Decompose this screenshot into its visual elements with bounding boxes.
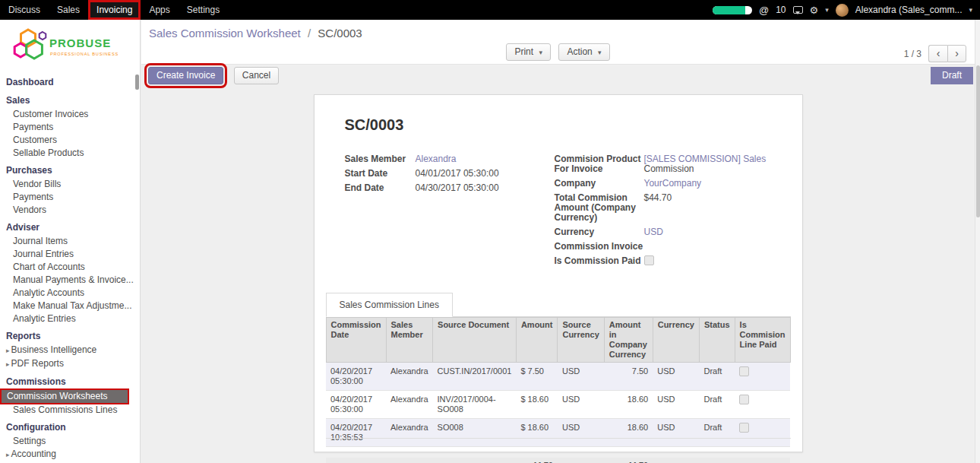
sidebar-item-analytic-accounts[interactable]: Analytic Accounts bbox=[0, 287, 140, 300]
sidebar-item-customers[interactable]: Customers bbox=[0, 134, 140, 147]
cell-currency[interactable]: USD bbox=[653, 391, 699, 419]
activity-count[interactable]: 10 bbox=[776, 5, 786, 15]
sidebar-item-sales-commissions-lines[interactable]: Sales Commissions Lines bbox=[0, 404, 140, 417]
cell-date[interactable]: 04/20/2017 05:30:00 bbox=[326, 391, 386, 419]
col-commission-date[interactable]: Commission Date bbox=[326, 318, 386, 363]
currency-value[interactable]: USD bbox=[644, 227, 663, 237]
cell-member[interactable]: Alexandra bbox=[386, 419, 433, 447]
sidebar-heading-configuration[interactable]: Configuration bbox=[0, 417, 140, 435]
sidebar-item-business-intelligence[interactable]: ▸Business Intelligence bbox=[0, 344, 140, 357]
action-label: Action bbox=[567, 46, 592, 57]
tab-sales-commission-lines[interactable]: Sales Commission Lines bbox=[326, 293, 453, 317]
cell-currency[interactable]: USD bbox=[653, 419, 699, 447]
cell-source-currency[interactable]: USD bbox=[558, 391, 604, 419]
col-sales-member[interactable]: Sales Member bbox=[386, 318, 433, 363]
cell-doc[interactable]: INV/2017/0004-SO008 bbox=[433, 391, 517, 419]
sidebar-item-make-manual-tax-adjustment[interactable]: Make Manual Tax Adjustme... bbox=[0, 300, 140, 312]
sidebar-item-analytic-entries[interactable]: Analytic Entries bbox=[0, 312, 140, 325]
col-amount-company-currency[interactable]: Amount in Company Currency bbox=[604, 318, 653, 363]
cell-doc[interactable]: SO008 bbox=[433, 419, 517, 447]
cell-currency[interactable]: USD bbox=[653, 363, 699, 391]
is-commission-paid-checkbox[interactable] bbox=[644, 255, 654, 265]
cell-amount-company[interactable]: 18.60 bbox=[604, 391, 653, 419]
print-dropdown-button[interactable]: Print ▾ bbox=[506, 43, 551, 61]
cell-status[interactable]: Draft bbox=[699, 363, 735, 391]
sidebar-heading-adviser[interactable]: Adviser bbox=[0, 217, 140, 235]
sidebar-item-vendors[interactable]: Vendors bbox=[0, 204, 140, 217]
cell-date[interactable]: 04/20/2017 05:30:00 bbox=[326, 363, 386, 391]
cell-member[interactable]: Alexandra bbox=[386, 391, 433, 419]
col-amount[interactable]: Amount bbox=[516, 318, 558, 363]
col-status[interactable]: Status bbox=[699, 318, 735, 363]
sidebar-item-accounting[interactable]: ▸Accounting bbox=[0, 448, 140, 461]
user-menu[interactable]: Alexandra (Sales_comm... bbox=[855, 5, 963, 15]
sidebar-item-commission-worksheets[interactable]: Commission Worksheets bbox=[2, 390, 128, 403]
line-paid-checkbox[interactable] bbox=[739, 395, 749, 404]
sidebar-item-manual-payments-invoice[interactable]: Manual Payments & Invoice... bbox=[0, 274, 140, 287]
line-paid-checkbox[interactable] bbox=[739, 423, 749, 433]
cell-amount-company[interactable]: 18.60 bbox=[604, 419, 653, 447]
breadcrumb-parent-link[interactable]: Sales Commission Worksheet bbox=[149, 27, 301, 40]
sales-member-value[interactable]: Alexandra bbox=[416, 154, 457, 164]
topbar-menu-discuss[interactable]: Discuss bbox=[0, 0, 49, 20]
sidebar-heading-commissions[interactable]: Commissions bbox=[0, 371, 140, 389]
cell-date[interactable]: 04/20/2017 10:35:53 bbox=[326, 419, 386, 447]
sidebar-item-customer-invoices[interactable]: Customer Invoices bbox=[0, 108, 140, 121]
action-dropdown-button[interactable]: Action ▾ bbox=[558, 43, 609, 61]
activity-icon[interactable]: @ bbox=[759, 5, 769, 16]
sidebar-scrollbar[interactable] bbox=[134, 20, 140, 463]
pager-previous-button[interactable]: ‹ bbox=[928, 45, 947, 62]
page-scrollbar-thumb[interactable] bbox=[976, 65, 980, 217]
col-source-currency[interactable]: Source Currency bbox=[558, 318, 604, 363]
create-invoice-button[interactable]: Create Invoice bbox=[148, 67, 223, 84]
sidebar-item-chart-of-accounts[interactable]: Chart of Accounts bbox=[0, 261, 140, 274]
table-row[interactable]: 04/20/2017 05:30:00 Alexandra CUST.IN/20… bbox=[326, 363, 790, 391]
sidebar-item-journal-items[interactable]: Journal Items bbox=[0, 235, 140, 248]
topbar-menu-sales[interactable]: Sales bbox=[49, 0, 88, 20]
topbar-menu-settings[interactable]: Settings bbox=[179, 0, 228, 20]
sidebar-item-settings[interactable]: Settings bbox=[0, 435, 140, 448]
cell-source-currency[interactable]: USD bbox=[558, 363, 604, 391]
sidebar-item-journal-entries[interactable]: Journal Entries bbox=[0, 248, 140, 261]
cell-amount[interactable]: $ 18.60 bbox=[516, 419, 558, 447]
cell-status[interactable]: Draft bbox=[699, 391, 735, 419]
settings-gear-icon[interactable]: ⚙ bbox=[810, 5, 819, 16]
expand-arrow-icon: ▸ bbox=[6, 451, 10, 458]
col-source-document[interactable]: Source Document bbox=[433, 318, 517, 363]
topbar-menu-apps[interactable]: Apps bbox=[141, 0, 178, 20]
sidebar-item-pdf-reports[interactable]: ▸PDF Reports bbox=[0, 357, 140, 371]
sidebar-scrollbar-thumb[interactable] bbox=[135, 75, 139, 90]
sidebar-heading-purchases[interactable]: Purchases bbox=[0, 160, 140, 178]
company-value[interactable]: YourCompany bbox=[644, 178, 702, 189]
sidebar-item-payments-purchases[interactable]: Payments bbox=[0, 191, 140, 204]
sidebar-heading-sales[interactable]: Sales bbox=[0, 90, 140, 108]
user-avatar[interactable] bbox=[836, 4, 849, 17]
sidebar-heading-reports[interactable]: Reports bbox=[0, 325, 140, 344]
planner-progress-bar[interactable] bbox=[713, 6, 752, 14]
cell-member[interactable]: Alexandra bbox=[386, 363, 433, 391]
table-header-row: Commission Date Sales Member Source Docu… bbox=[326, 318, 790, 363]
col-currency[interactable]: Currency bbox=[653, 318, 699, 363]
cell-doc[interactable]: CUST.IN/2017/0001 bbox=[433, 363, 517, 391]
topbar-menu-invoicing[interactable]: Invoicing bbox=[88, 0, 141, 20]
line-paid-checkbox[interactable] bbox=[739, 366, 749, 376]
sidebar-item-sellable-products[interactable]: Sellable Products bbox=[0, 147, 140, 160]
cancel-button[interactable]: Cancel bbox=[234, 67, 279, 84]
messages-icon[interactable] bbox=[793, 6, 803, 14]
cell-amount[interactable]: $ 18.60 bbox=[516, 391, 558, 419]
pager-next-button[interactable]: › bbox=[947, 45, 966, 62]
cell-amount-company[interactable]: 7.50 bbox=[604, 363, 653, 391]
page-scrollbar[interactable] bbox=[975, 20, 980, 463]
cell-amount[interactable]: $ 7.50 bbox=[516, 363, 558, 391]
sidebar-item-payments-sales[interactable]: Payments bbox=[0, 121, 140, 134]
sidebar-item-vendor-bills[interactable]: Vendor Bills bbox=[0, 178, 140, 191]
cell-source-currency[interactable]: USD bbox=[558, 419, 604, 447]
col-is-commission-line-paid[interactable]: Is Commision Line Paid bbox=[735, 318, 790, 363]
sidebar-heading-dashboard[interactable]: Dashboard bbox=[0, 71, 140, 90]
status-badge[interactable]: Draft bbox=[931, 67, 973, 84]
cell-status[interactable]: Draft bbox=[699, 419, 735, 447]
commission-product-label: Commision Product For Invoice bbox=[555, 154, 644, 174]
table-row[interactable]: 04/20/2017 05:30:00 Alexandra INV/2017/0… bbox=[326, 391, 790, 419]
breadcrumb: Sales Commission Worksheet / SC/0003 bbox=[149, 27, 362, 40]
table-row[interactable]: 04/20/2017 10:35:53 Alexandra SO008 $ 18… bbox=[326, 419, 790, 447]
